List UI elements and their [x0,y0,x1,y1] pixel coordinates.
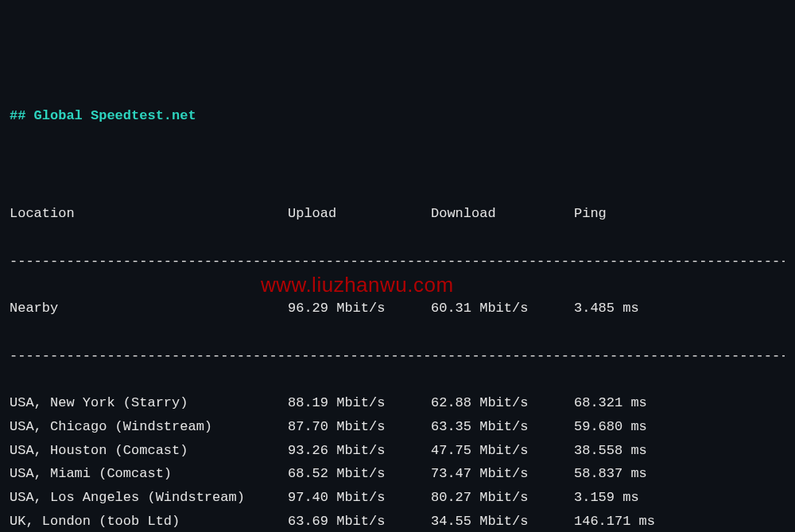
results-container: USA, New York (Starry)88.19 Mbit/s62.88 … [10,391,785,532]
cell-download: 34.55 Mbit/s [431,510,574,532]
cell-upload: 97.40 Mbit/s [288,486,431,510]
nearby-ping: 3.485 ms [574,297,717,320]
cell-download: 63.35 Mbit/s [431,415,574,439]
table-row: USA, Miami (Comcast)68.52 Mbit/s73.47 Mb… [10,462,785,486]
separator-line: ----------------------------------------… [10,344,785,368]
cell-location: USA, Los Angeles (Windstream) [10,486,288,510]
blank-line [10,155,785,179]
cell-location: USA, New York (Starry) [10,391,288,415]
cell-location: UK, London (toob Ltd) [10,510,288,532]
cell-ping: 59.680 ms [574,415,717,439]
header-location: Location [10,202,288,226]
header-download: Download [431,202,574,226]
separator-line: ----------------------------------------… [10,250,785,274]
cell-upload: 93.26 Mbit/s [288,439,431,463]
cell-location: USA, Miami (Comcast) [10,462,288,486]
nearby-download: 60.31 Mbit/s [431,297,574,320]
cell-location: USA, Houston (Comcast) [10,439,288,463]
table-row: UK, London (toob Ltd)63.69 Mbit/s34.55 M… [10,510,785,532]
cell-download: 73.47 Mbit/s [431,462,574,486]
nearby-location: Nearby [10,297,288,320]
cell-download: 47.75 Mbit/s [431,439,574,463]
header-upload: Upload [288,202,431,226]
table-row: USA, Houston (Comcast)93.26 Mbit/s47.75 … [10,439,785,463]
cell-location: USA, Chicago (Windstream) [10,415,288,439]
cell-upload: 87.70 Mbit/s [288,415,431,439]
nearby-upload: 96.29 Mbit/s [288,297,431,320]
section-title: ## Global Speedtest.net [10,104,785,128]
cell-ping: 68.321 ms [574,391,717,415]
table-row: USA, Los Angeles (Windstream)97.40 Mbit/… [10,486,785,510]
cell-upload: 68.52 Mbit/s [288,462,431,486]
cell-ping: 58.837 ms [574,462,717,486]
cell-ping: 3.159 ms [574,486,717,510]
table-row: USA, New York (Starry)88.19 Mbit/s62.88 … [10,391,785,415]
cell-upload: 88.19 Mbit/s [288,391,431,415]
cell-ping: 146.171 ms [574,510,717,532]
table-row: USA, Chicago (Windstream)87.70 Mbit/s63.… [10,415,785,439]
header-row: Location Upload Download Ping [10,202,785,226]
cell-ping: 38.558 ms [574,439,717,463]
cell-upload: 63.69 Mbit/s [288,510,431,532]
nearby-row: Nearby 96.29 Mbit/s 60.31 Mbit/s 3.485 m… [10,297,785,320]
header-ping: Ping [574,202,717,226]
cell-download: 80.27 Mbit/s [431,486,574,510]
cell-download: 62.88 Mbit/s [431,391,574,415]
